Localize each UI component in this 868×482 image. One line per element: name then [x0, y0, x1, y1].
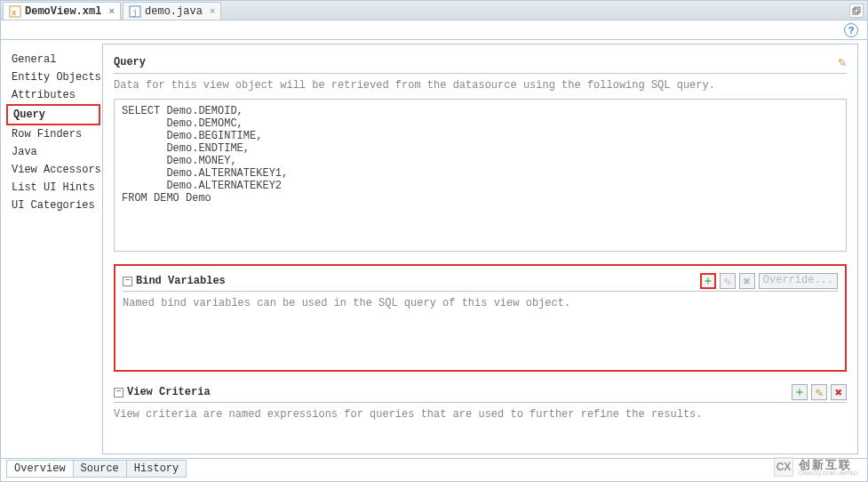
override-button[interactable]: Override...	[759, 273, 838, 289]
tab-label: DemoView.xml	[25, 5, 101, 18]
restore-icon[interactable]	[849, 4, 864, 18]
bind-variables-panel: − Bind Variables ＋ ✎ ✖ Override... Named…	[114, 264, 847, 372]
sidebar-item-label: Entity Objects	[12, 71, 101, 84]
edit-button[interactable]: ✎	[720, 273, 736, 289]
toolbar: ?	[1, 20, 867, 40]
editor-tab-bar: x DemoView.xml × j demo.java ×	[1, 1, 867, 20]
sidebar-item-label: Row Finders	[12, 128, 82, 141]
delete-button[interactable]: ✖	[739, 273, 755, 289]
view-criteria-header: − View Criteria ＋ ✎ ✖	[114, 384, 847, 403]
tab-label: History	[134, 462, 179, 475]
sidebar: General Entity Objects Attributes Query …	[4, 44, 102, 454]
add-button[interactable]: ＋	[700, 273, 716, 289]
bind-variables-toolbar: ＋ ✎ ✖ Override...	[700, 273, 838, 289]
bind-variables-description: Named bind variables can be used in the …	[123, 297, 838, 309]
pencil-icon[interactable]: ✎	[838, 53, 847, 71]
sidebar-item-label: Java	[12, 146, 37, 158]
view-criteria-title: View Criteria	[127, 386, 211, 398]
close-icon[interactable]: ×	[108, 6, 115, 17]
close-icon[interactable]: ×	[210, 6, 216, 17]
watermark-line2: CXHLCQ.COM LIMITED	[799, 470, 857, 476]
sidebar-item-label: View Accessors	[12, 164, 101, 176]
tab-source[interactable]: Source	[73, 460, 127, 478]
sidebar-item-label: Query	[13, 108, 45, 121]
main-area: General Entity Objects Attributes Query …	[1, 40, 867, 458]
tab-overview[interactable]: Overview	[6, 460, 74, 478]
watermark: CX 创新互联 CXHLCQ.COM LIMITED	[774, 457, 857, 477]
view-criteria-toolbar: ＋ ✎ ✖	[792, 384, 847, 400]
sidebar-item-attributes[interactable]: Attributes	[6, 86, 100, 104]
sidebar-item-general[interactable]: General	[6, 51, 100, 68]
sidebar-item-entity-objects[interactable]: Entity Objects	[6, 68, 100, 86]
add-button[interactable]: ＋	[792, 384, 808, 400]
svg-text:x: x	[12, 9, 17, 18]
tab-label: Overview	[14, 462, 66, 475]
sidebar-item-label: List UI Hints	[12, 181, 95, 194]
content-panel: Query ✎ Data for this view object will b…	[102, 44, 858, 454]
edit-button[interactable]: ✎	[811, 384, 827, 400]
sidebar-item-ui-categories[interactable]: UI Categories	[6, 197, 100, 214]
view-criteria-description: View criteria are named expressions for …	[114, 408, 847, 421]
query-description: Data for this view object will be retrie…	[114, 79, 847, 92]
sidebar-item-list-ui-hints[interactable]: List UI Hints	[6, 179, 100, 197]
collapse-toggle-icon[interactable]: −	[114, 388, 123, 398]
bottom-tab-bar: Overview Source History	[1, 458, 867, 478]
watermark-line1: 创新互联	[799, 459, 857, 470]
watermark-logo-icon: CX	[774, 457, 793, 477]
delete-button[interactable]: ✖	[831, 384, 847, 400]
xml-file-icon: x	[9, 5, 21, 18]
watermark-text: 创新互联 CXHLCQ.COM LIMITED	[799, 459, 857, 476]
tab-history[interactable]: History	[126, 460, 187, 478]
bind-variables-header: − Bind Variables ＋ ✎ ✖ Override...	[123, 273, 838, 292]
tab-demoview-xml[interactable]: x DemoView.xml ×	[3, 2, 121, 20]
sidebar-item-row-finders[interactable]: Row Finders	[6, 125, 100, 143]
sidebar-item-java[interactable]: Java	[6, 143, 100, 161]
tab-label: demo.java	[145, 5, 203, 18]
java-file-icon: j	[129, 5, 141, 18]
sidebar-item-query[interactable]: Query	[6, 104, 100, 125]
sidebar-item-label: Attributes	[12, 89, 76, 101]
svg-rect-5	[855, 7, 860, 12]
help-icon[interactable]: ?	[844, 23, 858, 37]
svg-rect-4	[853, 9, 858, 14]
tab-label: Source	[81, 462, 119, 475]
bind-variables-title: Bind Variables	[136, 275, 226, 287]
view-criteria-panel: − View Criteria ＋ ✎ ✖ View criteria are …	[114, 384, 847, 421]
sidebar-item-label: General	[12, 53, 56, 66]
tab-demo-java[interactable]: j demo.java ×	[123, 2, 221, 20]
query-section-header: Query ✎	[114, 53, 847, 74]
sidebar-item-view-accessors[interactable]: View Accessors	[6, 161, 100, 179]
collapse-toggle-icon[interactable]: −	[123, 277, 132, 286]
sql-textarea[interactable]: SELECT Demo.DEMOID, Demo.DEMOMC, Demo.BE…	[114, 99, 847, 252]
query-title: Query	[114, 56, 146, 68]
svg-text:j: j	[132, 9, 137, 18]
sidebar-item-label: UI Categories	[12, 199, 95, 212]
